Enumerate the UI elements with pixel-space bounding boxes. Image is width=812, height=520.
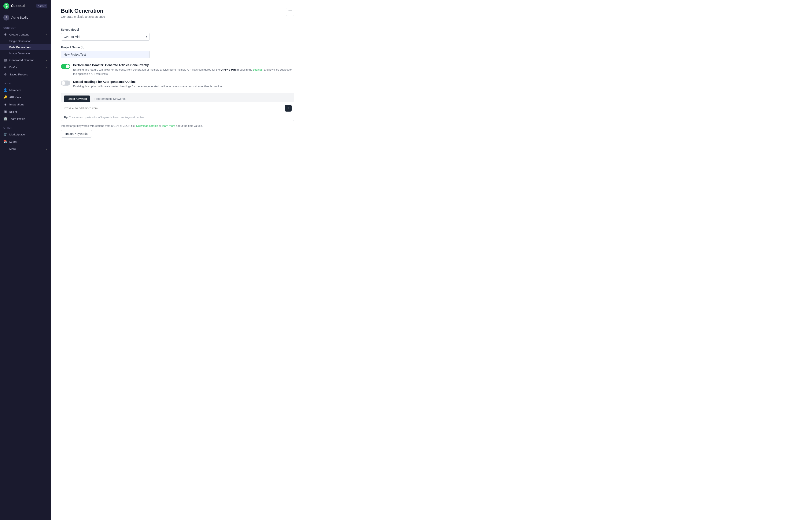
hamburger-icon — [288, 10, 292, 14]
nested-headings-info: Nested Headings for Auto-generated Outli… — [73, 80, 294, 88]
marketplace-icon: 🛒 — [3, 132, 7, 136]
project-name-label: Project Name i — [61, 46, 294, 49]
sidebar-item-members[interactable]: 👤 Members — [0, 86, 51, 94]
performance-booster-toggle-row: Performance Booster: Generate Articles C… — [61, 63, 294, 76]
import-keywords-button[interactable]: Import Keywords — [61, 130, 92, 137]
page-title: Bulk Generation — [61, 8, 105, 14]
drafts-icon: ✏ — [3, 65, 7, 69]
nested-headings-desc: Enabling this option will create nested … — [73, 84, 294, 88]
performance-booster-title: Performance Booster: Generate Articles C… — [73, 63, 294, 67]
sidebar-item-create-content[interactable]: ⊕ Create Content ∧ — [0, 31, 51, 38]
more-icon: ⋯ — [3, 147, 7, 151]
svg-point-0 — [5, 4, 8, 7]
nested-headings-title: Nested Headings for Auto-generated Outli… — [73, 80, 294, 83]
sidebar-item-integrations[interactable]: ◈ Integrations — [0, 101, 51, 108]
sidebar-item-api-keys[interactable]: 🔑 API Keys — [0, 94, 51, 101]
performance-booster-toggle[interactable] — [61, 64, 70, 69]
keyword-tip-strong: Tip: — [64, 116, 69, 119]
project-name-info-icon[interactable]: i — [81, 46, 84, 49]
generated-content-chevron-icon: ∨ — [46, 59, 47, 61]
content-section: Content ⊕ Create Content ∧ Single Genera… — [0, 23, 51, 79]
generated-content-icon: ▤ — [3, 58, 7, 62]
sidebar-item-image-generation[interactable]: Image Generation — [0, 50, 51, 56]
team-section-label: Team — [0, 82, 51, 86]
sidebar: Cuppa.ai Agency A Acme Studio ⌄ Content … — [0, 0, 51, 520]
import-info: Import target keywords with options from… — [61, 124, 294, 127]
more-chevron-icon: ∨ — [46, 148, 47, 150]
nested-headings-toggle-row: Nested Headings for Auto-generated Outli… — [61, 80, 294, 88]
download-sample-link[interactable]: Download sample — [136, 124, 158, 127]
api-keys-icon: 🔑 — [3, 95, 7, 99]
settings-link[interactable]: settings — [253, 68, 263, 71]
sidebar-item-saved-presets[interactable]: ⊙ Saved Presets — [0, 71, 51, 78]
logo-area: Cuppa.ai — [3, 3, 25, 9]
page-title-group: Bulk Generation Generate multiple articl… — [61, 8, 105, 18]
sidebar-item-single-generation[interactable]: Single Generation — [0, 38, 51, 44]
keyword-add-button[interactable]: + — [285, 105, 292, 111]
sidebar-item-marketplace[interactable]: 🛒 Marketplace — [0, 131, 51, 138]
create-content-sub: Single Generation Bulk Generation Image … — [0, 38, 51, 56]
saved-presets-icon: ⊙ — [3, 73, 7, 76]
sidebar-item-more[interactable]: ⋯ More ∨ — [0, 145, 51, 152]
menu-icon-button[interactable] — [286, 8, 294, 16]
logo-text: Cuppa.ai — [11, 4, 25, 8]
svg-point-1 — [6, 5, 6, 6]
workspace-selector[interactable]: A Acme Studio ⌄ — [0, 12, 51, 23]
other-section-label: Other — [0, 127, 51, 131]
page-header: Bulk Generation Generate multiple articl… — [61, 8, 294, 23]
team-section: Team 👤 Members 🔑 API Keys ◈ Integrations… — [0, 79, 51, 123]
workspace-name: Acme Studio — [11, 16, 43, 19]
performance-booster-desc: Enabling this feature will allow for the… — [73, 68, 294, 76]
create-content-chevron-icon: ∧ — [46, 33, 47, 36]
keyword-tabs: Target Keyword Programmatic Keywords — [61, 93, 294, 102]
workspace-avatar: A — [3, 15, 9, 21]
performance-booster-info: Performance Booster: Generate Articles C… — [73, 63, 294, 76]
other-section: Other 🛒 Marketplace 📚 Learn ⋯ More ∨ — [0, 123, 51, 153]
sidebar-header: Cuppa.ai Agency — [0, 0, 51, 12]
page-body: Bulk Generation Generate multiple articl… — [51, 0, 304, 520]
sidebar-item-team-profile[interactable]: 🏢 Team Profile — [0, 115, 51, 122]
drafts-chevron-icon: ∨ — [46, 66, 47, 69]
members-icon: 👤 — [3, 88, 7, 92]
sidebar-item-generated-content[interactable]: ▤ Generated Content ∨ — [0, 56, 51, 63]
select-model-section: Select Model GPT-4o MiniGPT-4oGPT-3.5 Tu… — [61, 28, 294, 41]
model-select[interactable]: GPT-4o MiniGPT-4oGPT-3.5 TurboClaude 3 — [61, 33, 150, 41]
sidebar-item-learn[interactable]: 📚 Learn — [0, 138, 51, 145]
sidebar-item-bulk-generation[interactable]: Bulk Generation — [0, 44, 51, 50]
tab-programmatic-keywords[interactable]: Programmatic Keywords — [91, 96, 129, 102]
sidebar-item-drafts[interactable]: ✏ Drafts ∨ — [0, 63, 51, 71]
svg-point-2 — [6, 5, 7, 6]
tab-target-keyword[interactable]: Target Keyword — [64, 96, 90, 102]
logo-icon — [3, 3, 9, 9]
team-profile-icon: 🏢 — [3, 117, 7, 121]
select-model-label: Select Model — [61, 28, 294, 31]
workspace-chevron-icon: ⌄ — [45, 16, 47, 19]
keyword-tip: Tip: You can also paste a list of keywor… — [61, 114, 294, 121]
model-select-wrapper: GPT-4o MiniGPT-4oGPT-3.5 TurboClaude 3 ▾ — [61, 33, 150, 41]
sidebar-item-billing[interactable]: ▣ Billing — [0, 108, 51, 115]
keyword-input[interactable] — [64, 106, 283, 111]
integrations-icon: ◈ — [3, 102, 7, 106]
keyword-section: Target Keyword Programmatic Keywords + T… — [61, 93, 294, 121]
billing-icon: ▣ — [3, 110, 7, 113]
learn-icon: 📚 — [3, 140, 7, 144]
content-section-label: Content — [0, 27, 51, 31]
page-subtitle: Generate multiple articles at once — [61, 15, 105, 18]
keyword-input-row: + — [61, 102, 294, 114]
nested-headings-toggle[interactable] — [61, 80, 70, 85]
learn-more-link[interactable]: learn more — [162, 124, 175, 127]
project-name-input[interactable] — [61, 51, 150, 58]
create-content-icon: ⊕ — [3, 32, 7, 36]
project-name-section: Project Name i — [61, 46, 294, 58]
agency-badge: Agency — [36, 4, 47, 8]
main-content-area: Bulk Generation Generate multiple articl… — [51, 0, 812, 520]
